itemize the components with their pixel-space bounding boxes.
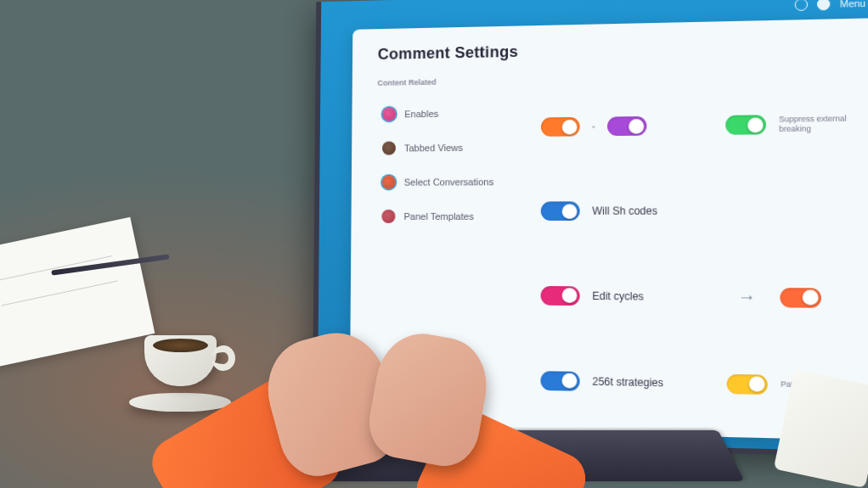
toggle-edit-cycles[interactable]	[541, 286, 580, 306]
toggle-orange-right[interactable]	[780, 288, 821, 308]
toggle-suppress-external[interactable]	[725, 115, 766, 135]
toggle-sublabel: Suppress external breaking	[779, 114, 861, 136]
toggle-label: 256t strategies	[592, 375, 663, 389]
setting-row-2-left: Will Sh codes	[541, 177, 672, 246]
toggle-label: Edit cycles	[592, 289, 644, 302]
setting-row-1-left	[541, 92, 671, 161]
keyboard-prop	[308, 430, 744, 481]
status-icon-outline[interactable]	[795, 0, 808, 11]
toggle-label: Will Sh codes	[592, 205, 657, 217]
arrow-right-icon: →	[737, 287, 756, 307]
avatar-icon	[382, 107, 396, 121]
avatar-icon	[381, 210, 395, 223]
avatar-icon	[382, 176, 396, 189]
divider-dot	[592, 126, 595, 128]
setting-row-4-left: 256t strategies	[540, 345, 672, 418]
settings-panel: Comment Settings Content Related Enables…	[350, 18, 868, 441]
toggle-purple[interactable]	[607, 116, 646, 136]
sidebar-item-enables[interactable]: Enables	[377, 98, 506, 130]
paper-prop	[0, 217, 155, 369]
sidebar-item-label: Panel Templates	[403, 211, 473, 222]
setting-row-3-right: →	[726, 262, 863, 334]
toggle-patient-variant[interactable]	[727, 373, 768, 394]
menu-label[interactable]: Menu	[840, 0, 865, 9]
toggle-orange[interactable]	[541, 117, 580, 137]
setting-row-1-right: Suppress external breaking	[725, 89, 861, 160]
sidebar-item-label: Enables	[404, 109, 438, 120]
toggle-strategies[interactable]	[540, 371, 579, 391]
setting-row-3-left: Edit cycles	[541, 261, 672, 332]
setting-row-2-right	[726, 176, 863, 247]
toggle-will-sh-codes[interactable]	[541, 202, 580, 222]
sidebar-item-label: Select Conversations	[404, 177, 493, 188]
sidebar-item-label: Tabbed Views	[404, 143, 463, 154]
status-icon-filled[interactable]	[817, 0, 830, 10]
screen: Menu Comment Settings Content Related En…	[318, 0, 868, 452]
coffee-cup-prop	[144, 335, 238, 403]
sidebar-item-tabbed-views[interactable]: Tabbed Views	[377, 132, 506, 164]
sidebar-item-conversations[interactable]: Select Conversations	[377, 166, 506, 198]
sidebar-heading: Content Related	[377, 76, 505, 87]
sidebar-item-templates[interactable]: Panel Templates	[376, 201, 505, 233]
settings-content: Suppress external breaking Will Sh codes	[540, 71, 864, 423]
avatar-icon	[382, 142, 396, 155]
sidebar: Content Related Enables Tabbed Views Sel…	[375, 76, 506, 414]
page-title: Comment Settings	[378, 36, 860, 64]
monitor: Menu Comment Settings Content Related En…	[313, 0, 868, 457]
